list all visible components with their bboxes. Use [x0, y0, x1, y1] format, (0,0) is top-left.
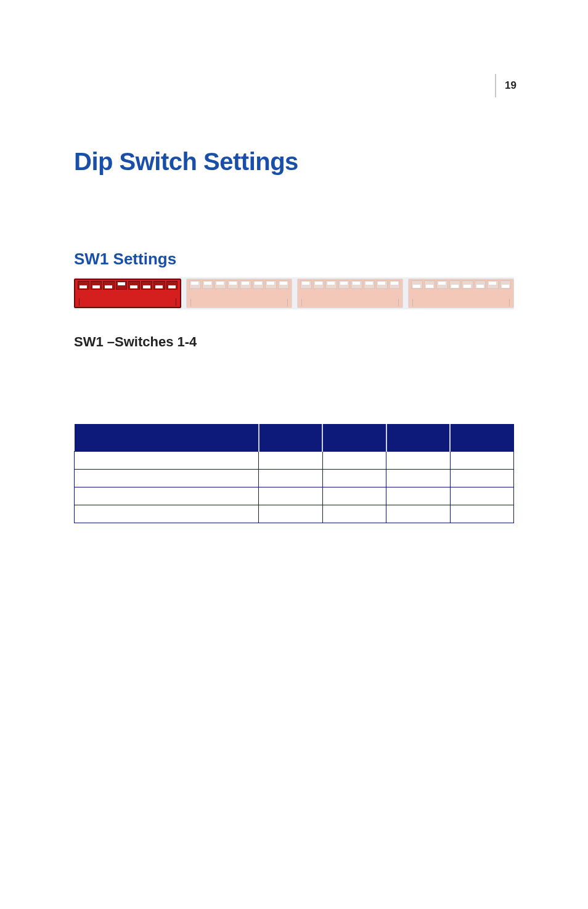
- dip-switch-4: [227, 280, 239, 289]
- dip-switch-6: [141, 281, 153, 290]
- dip-switch-7: [487, 280, 499, 289]
- table-cell: [259, 487, 322, 505]
- page-title: Dip Switch Settings: [74, 148, 514, 176]
- dip-switch-1: [300, 280, 312, 289]
- table-header-row: [75, 424, 514, 452]
- table-cell: [75, 452, 259, 470]
- dip-switch-5: [351, 280, 362, 289]
- table-row: [75, 452, 514, 470]
- dip-switch-8: [389, 280, 401, 289]
- dip-switch-4: [116, 281, 128, 290]
- sw2-bank: [186, 279, 292, 308]
- page-number: 19: [495, 74, 517, 97]
- table-header-cell: [450, 424, 513, 452]
- table-cell: [450, 505, 513, 523]
- table-cell: [322, 470, 386, 487]
- table-cell: [322, 487, 386, 505]
- subsection-heading: SW1 –Switches 1-4: [74, 334, 514, 350]
- table-cell: [322, 452, 386, 470]
- table-cell: [450, 470, 513, 487]
- dip-switch-8: [278, 280, 290, 289]
- table-header-cell: [75, 424, 259, 452]
- table-cell: [450, 487, 513, 505]
- dip-switch-7: [265, 280, 277, 289]
- dip-body-line: [190, 299, 288, 306]
- dip-switch-5: [128, 281, 140, 290]
- dip-switch-6: [364, 280, 375, 289]
- table-cell: [386, 452, 450, 470]
- dip-switch-3: [103, 281, 115, 290]
- dip-switch-8: [500, 280, 512, 289]
- table-cell: [259, 452, 322, 470]
- dip-switch-6: [253, 280, 264, 289]
- dip-switch-row: [74, 277, 514, 309]
- dip-switch-7: [376, 280, 388, 289]
- section-heading-sw1: SW1 Settings: [74, 250, 514, 269]
- dip-slots: [300, 280, 400, 289]
- document-page: 19 Dip Switch Settings SW1 Settings SW1 …: [0, 0, 588, 909]
- dip-switch-3: [436, 280, 448, 289]
- table-cell: [259, 505, 322, 523]
- dip-switch-2: [202, 280, 214, 289]
- dip-body-line: [79, 298, 176, 306]
- table-cell: [322, 505, 386, 523]
- table-cell: [75, 470, 259, 487]
- table-header-cell: [386, 424, 450, 452]
- table-cell: [386, 487, 450, 505]
- dip-switch-2: [313, 280, 325, 289]
- table-cell: [450, 452, 513, 470]
- dip-body-line: [412, 299, 510, 306]
- dip-slots: [78, 281, 178, 290]
- dip-switch-2: [91, 281, 102, 290]
- settings-table: [74, 424, 514, 523]
- dip-body-line: [301, 299, 399, 306]
- dip-switch-3: [325, 280, 337, 289]
- table-cell: [75, 505, 259, 523]
- dip-switch-4: [338, 280, 350, 289]
- dip-switch-7: [153, 281, 165, 290]
- dip-switch-8: [166, 281, 178, 290]
- dip-slots: [189, 280, 289, 289]
- table-row: [75, 470, 514, 487]
- dip-switch-2: [424, 280, 436, 289]
- table-cell: [386, 470, 450, 487]
- dip-slots: [411, 280, 511, 289]
- sw3-bank: [297, 279, 403, 308]
- dip-switch-1: [411, 280, 423, 289]
- sw4-bank: [408, 279, 514, 308]
- dip-switch-5: [462, 280, 473, 289]
- table-row: [75, 487, 514, 505]
- dip-switch-1: [189, 280, 201, 289]
- dip-switch-5: [240, 280, 251, 289]
- table-header-cell: [259, 424, 322, 452]
- settings-table-wrap: [74, 424, 514, 523]
- dip-switch-1: [78, 281, 89, 290]
- page-number-text: 19: [505, 79, 517, 92]
- table-cell: [386, 505, 450, 523]
- table-cell: [75, 487, 259, 505]
- table-cell: [259, 470, 322, 487]
- dip-switch-4: [449, 280, 461, 289]
- table-row: [75, 505, 514, 523]
- page-number-divider: [495, 74, 496, 97]
- table-header-cell: [322, 424, 386, 452]
- dip-switch-6: [475, 280, 486, 289]
- sw1-bank: [74, 279, 181, 308]
- dip-switch-3: [214, 280, 226, 289]
